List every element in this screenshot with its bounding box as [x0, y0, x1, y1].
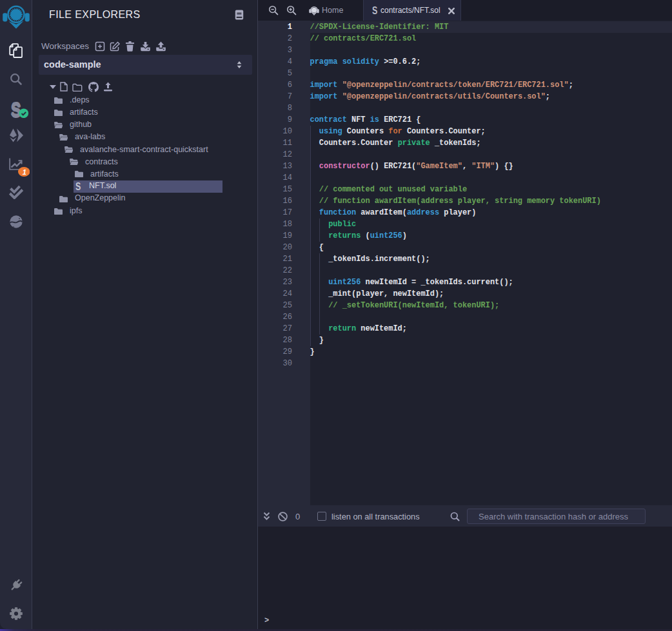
svg-text:1: 1	[22, 168, 26, 175]
